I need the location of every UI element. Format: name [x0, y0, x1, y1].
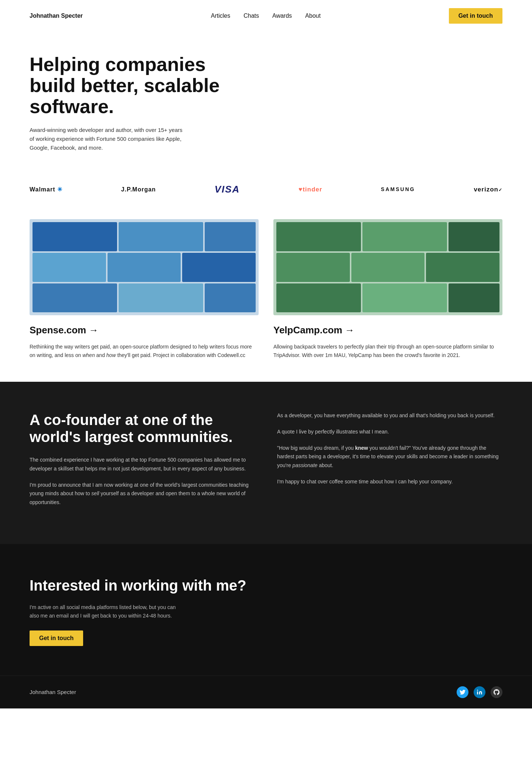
contact-section-wrapper: Interested in working with me? I'm activ…: [0, 544, 532, 676]
contact-desc: I'm active on all social media platforms…: [30, 603, 177, 620]
project-spense-desc: Rethinking the way writers get paid, an …: [30, 343, 259, 360]
yelp-img-block-2: [362, 222, 447, 251]
spense-img-block-2: [119, 222, 203, 251]
about-section-wrapper: A co-founder at one of the world's large…: [0, 382, 532, 544]
navbar: Johnathan Specter Articles Chats Awards …: [0, 0, 532, 32]
yelp-img-block-8: [362, 283, 447, 313]
project-yelpcamp-desc: Allowing backpack travelers to perfectly…: [273, 343, 502, 360]
logo-tinder: ♥tinder: [299, 184, 322, 194]
about-right: As a developer, you have everything avai…: [277, 411, 502, 514]
about-right-quote: "How big would you dream, if you knew yo…: [277, 444, 502, 470]
project-yelpcamp-title[interactable]: YelpCamp.com →: [273, 323, 502, 338]
project-spense: Spense.com → Rethinking the way writers …: [30, 219, 259, 360]
about-section: A co-founder at one of the world's large…: [0, 382, 532, 544]
logo-visa: VISA: [215, 182, 240, 197]
nav-get-in-touch-button[interactable]: Get in touch: [449, 8, 502, 24]
contact-heading: Interested in working with me?: [30, 574, 502, 597]
footer-logo: Johnathan Specter: [30, 688, 76, 697]
logo-verizon: verizon✓: [474, 184, 502, 194]
github-icon[interactable]: [491, 686, 502, 698]
logos-section: Walmart ✳ J.P.Morgan VISA ♥tinder SAMSUN…: [0, 167, 532, 220]
yelp-img-block-3: [449, 222, 499, 251]
project-spense-image: [30, 219, 259, 315]
yelp-img-block-7: [276, 283, 361, 313]
spense-img-block-1: [33, 222, 117, 251]
nav-logo: Johnathan Specter: [30, 11, 83, 21]
hero-section: Helping companies build better, scalable…: [0, 32, 532, 167]
logo-jpmorgan: J.P.Morgan: [121, 185, 156, 194]
nav-chats[interactable]: Chats: [243, 13, 259, 19]
about-left-p2: I'm proud to announce that I am now work…: [30, 481, 255, 507]
spense-img-block-5: [108, 253, 181, 282]
spense-img-block-4: [33, 253, 106, 282]
yelp-img-block-1: [276, 222, 361, 251]
nav-links: Articles Chats Awards About: [211, 11, 321, 21]
project-yelpcamp-image: [273, 219, 502, 315]
logo-samsung: SAMSUNG: [381, 185, 415, 193]
spense-img-block-8: [119, 283, 203, 313]
about-right-p1: As a developer, you have everything avai…: [277, 411, 502, 420]
contact-section: Interested in working with me? I'm activ…: [0, 544, 532, 676]
walmart-spark-icon: ✳: [55, 186, 62, 193]
hero-heading: Helping companies build better, scalable…: [30, 54, 222, 118]
nav-articles[interactable]: Articles: [211, 13, 230, 19]
linkedin-icon[interactable]: [474, 686, 485, 698]
project-yelpcamp: YelpCamp.com → Allowing backpack travele…: [273, 219, 502, 360]
spense-img-block-3: [205, 222, 256, 251]
yelp-img-block-6: [426, 253, 499, 282]
yelp-img-block-4: [276, 253, 350, 282]
footer-social-icons: [457, 686, 502, 698]
about-left-p1: The combined experience I have working a…: [30, 456, 255, 473]
contact-get-in-touch-button[interactable]: Get in touch: [30, 630, 83, 646]
about-right-p2: A quote I live by perfectly illustrates …: [277, 428, 502, 436]
spense-img-block-6: [182, 253, 256, 282]
footer: Johnathan Specter: [0, 676, 532, 708]
about-right-p3: I'm happy to chat over coffee some time …: [277, 477, 502, 486]
twitter-icon[interactable]: [457, 686, 468, 698]
nav-about[interactable]: About: [305, 13, 321, 19]
spense-img-block-9: [205, 283, 256, 313]
spense-img-block-7: [33, 283, 117, 313]
project-spense-title[interactable]: Spense.com →: [30, 323, 259, 338]
hero-subtext: Award-winning web developer and author, …: [30, 126, 185, 152]
nav-awards[interactable]: Awards: [272, 13, 292, 19]
yelp-img-block-9: [449, 283, 499, 313]
walmart-text: Walmart: [30, 186, 55, 193]
logo-walmart: Walmart ✳: [30, 185, 62, 194]
about-left: A co-founder at one of the world's large…: [30, 411, 255, 514]
projects-section: Spense.com → Rethinking the way writers …: [0, 219, 532, 382]
yelp-img-block-5: [351, 253, 425, 282]
about-heading: A co-founder at one of the world's large…: [30, 411, 255, 445]
svg-point-0: [477, 690, 478, 691]
